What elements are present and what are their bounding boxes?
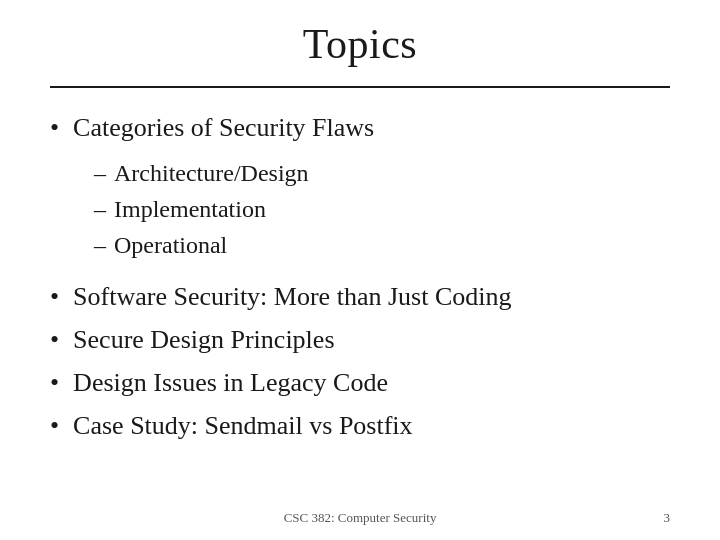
sub-dash-1: – bbox=[94, 155, 106, 191]
bullet-symbol-5: • bbox=[50, 409, 59, 443]
sub-dash-3: – bbox=[94, 227, 106, 263]
bullet-symbol-3: • bbox=[50, 323, 59, 357]
bullet-item-5: • Case Study: Sendmail vs Postfix bbox=[50, 408, 670, 443]
sub-item-text-1: Architecture/Design bbox=[114, 155, 309, 191]
sub-items-list: – Architecture/Design – Implementation –… bbox=[94, 155, 670, 263]
bullet-text-3: Secure Design Principles bbox=[73, 322, 334, 357]
bullet-symbol-4: • bbox=[50, 366, 59, 400]
bullet-symbol-1: • bbox=[50, 111, 59, 145]
sub-item-2: – Implementation bbox=[94, 191, 670, 227]
sub-item-1: – Architecture/Design bbox=[94, 155, 670, 191]
footer-course-label: CSC 382: Computer Security bbox=[50, 510, 670, 526]
bullet-text-1: Categories of Security Flaws bbox=[73, 110, 374, 145]
sub-item-text-2: Implementation bbox=[114, 191, 266, 227]
slide-container: Topics • Categories of Security Flaws – … bbox=[0, 0, 720, 540]
bullet-item-2: • Software Security: More than Just Codi… bbox=[50, 279, 670, 314]
title-divider bbox=[50, 86, 670, 88]
bullet-text-2: Software Security: More than Just Coding bbox=[73, 279, 511, 314]
bullet-symbol-2: • bbox=[50, 280, 59, 314]
sub-item-text-3: Operational bbox=[114, 227, 227, 263]
bullet-text-5: Case Study: Sendmail vs Postfix bbox=[73, 408, 412, 443]
slide-title: Topics bbox=[50, 20, 670, 78]
bullet-item-4: • Design Issues in Legacy Code bbox=[50, 365, 670, 400]
footer-page-number: 3 bbox=[664, 510, 671, 526]
slide-footer: CSC 382: Computer Security 3 bbox=[0, 510, 720, 526]
content-area: • Categories of Security Flaws – Archite… bbox=[50, 110, 670, 500]
bullet-item-3: • Secure Design Principles bbox=[50, 322, 670, 357]
sub-item-3: – Operational bbox=[94, 227, 670, 263]
sub-dash-2: – bbox=[94, 191, 106, 227]
bullet-text-4: Design Issues in Legacy Code bbox=[73, 365, 388, 400]
bullet-item-1: • Categories of Security Flaws bbox=[50, 110, 670, 145]
bullets-section: • Software Security: More than Just Codi… bbox=[50, 279, 670, 451]
